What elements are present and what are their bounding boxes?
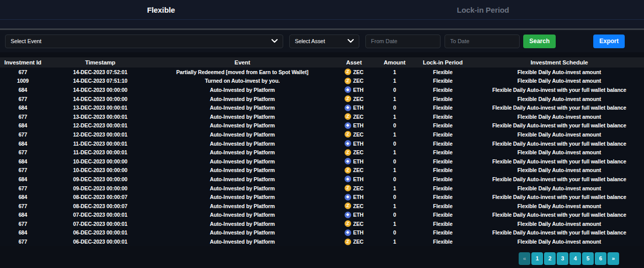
cell-timestamp: 08-DEC-2023 00:00:07 bbox=[46, 203, 155, 209]
pagination-page-6[interactable]: 6 bbox=[595, 252, 606, 265]
table-body: 677 14-DEC-2023 07:52:01 Partially Redee… bbox=[0, 68, 644, 246]
cell-investment-id: 677 bbox=[0, 167, 46, 173]
table-row: 684 09-DEC-2023 00:00:00 Auto-Invested b… bbox=[0, 175, 644, 184]
cell-asset: ◆ ETH bbox=[330, 158, 378, 164]
cell-lock-in-period: Flexible bbox=[411, 185, 474, 191]
cell-amount: 1 bbox=[378, 185, 411, 191]
cell-asset: Z ZEC bbox=[330, 78, 378, 84]
cell-timestamp: 11-DEC-2023 00:00:01 bbox=[46, 141, 155, 147]
cell-lock-in-period: Flexible bbox=[411, 105, 474, 111]
cell-investment-id: 684 bbox=[0, 122, 46, 128]
cell-amount: 0 bbox=[378, 141, 411, 147]
select-asset-dropdown[interactable]: Select Asset bbox=[289, 35, 359, 48]
asset-symbol: ZEC bbox=[353, 149, 364, 155]
cell-investment-id: 677 bbox=[0, 149, 46, 155]
cell-investment-id: 684 bbox=[0, 158, 46, 164]
cell-timestamp: 08-DEC-2023 00:00:07 bbox=[46, 194, 155, 200]
cell-asset: ◆ ETH bbox=[330, 194, 378, 200]
zec-coin-icon: Z bbox=[345, 78, 351, 84]
select-event-dropdown[interactable]: Select Event bbox=[5, 35, 283, 48]
cell-lock-in-period: Flexible bbox=[411, 229, 474, 236]
cell-asset: Z ZEC bbox=[330, 185, 378, 191]
zec-coin-icon: Z bbox=[345, 95, 351, 102]
cell-investment-schedule: Flexible Daily Auto-invest with your ful… bbox=[474, 87, 644, 93]
cell-amount: 1 bbox=[378, 131, 411, 138]
cell-investment-schedule: Flexible Daily Auto-invest amount bbox=[474, 131, 644, 138]
table-row: 684 06-DEC-2023 00:00:01 Auto-Invested b… bbox=[0, 228, 644, 238]
cell-event: Auto-Invested by Platform bbox=[155, 194, 330, 200]
table-row: 677 14-DEC-2023 00:00:00 Auto-Invested b… bbox=[0, 94, 644, 104]
export-button[interactable]: Export bbox=[593, 35, 625, 48]
cell-lock-in-period: Flexible bbox=[411, 239, 474, 245]
asset-symbol: ZEC bbox=[353, 114, 364, 120]
cell-investment-id: 684 bbox=[0, 87, 46, 93]
search-button[interactable]: Search bbox=[523, 35, 556, 48]
cell-event: Auto-Invested by Platform bbox=[155, 176, 330, 182]
cell-investment-id: 677 bbox=[0, 96, 46, 102]
table-footer: «123456» bbox=[0, 246, 644, 265]
pagination-page-3[interactable]: 3 bbox=[557, 252, 568, 265]
tab-flexible[interactable]: Flexible bbox=[0, 0, 322, 19]
pagination-page-5[interactable]: 5 bbox=[582, 252, 594, 265]
cell-investment-id: 684 bbox=[0, 212, 46, 218]
cell-amount: 1 bbox=[378, 96, 411, 102]
cell-amount: 0 bbox=[378, 229, 411, 236]
pagination-prev-button[interactable]: « bbox=[519, 252, 530, 265]
filter-toolbar: Select Event Select Asset Search Export bbox=[0, 30, 644, 52]
cell-investment-schedule: Flexible Daily Auto-invest with your ful… bbox=[474, 105, 644, 111]
asset-symbol: ETH bbox=[353, 212, 364, 218]
column-header-lock-in-period: Lock-in Period bbox=[411, 59, 474, 65]
cell-event: Auto-Invested by Platform bbox=[155, 167, 330, 173]
pagination-page-1[interactable]: 1 bbox=[531, 252, 543, 265]
to-date-input[interactable] bbox=[450, 38, 514, 44]
asset-symbol: ETH bbox=[353, 176, 364, 182]
pagination-next-button[interactable]: » bbox=[607, 252, 619, 265]
from-date-input[interactable] bbox=[371, 38, 435, 44]
cell-lock-in-period: Flexible bbox=[411, 78, 474, 84]
zec-coin-icon: Z bbox=[345, 185, 351, 191]
cell-asset: Z ZEC bbox=[330, 113, 378, 120]
eth-coin-icon: ◆ bbox=[345, 140, 351, 147]
pagination-page-4[interactable]: 4 bbox=[569, 252, 581, 265]
asset-symbol: ZEC bbox=[353, 131, 364, 138]
asset-symbol: ZEC bbox=[353, 221, 364, 227]
cell-amount: 0 bbox=[378, 122, 411, 128]
cell-investment-schedule: Flexible Daily Auto-invest with your ful… bbox=[474, 194, 644, 200]
cell-timestamp: 09-DEC-2023 00:00:00 bbox=[46, 176, 155, 182]
cell-investment-id: 684 bbox=[0, 194, 46, 200]
table-header-row: Investment Id Timestamp Event Asset Amou… bbox=[0, 57, 644, 68]
cell-event: Auto-Invested by Platform bbox=[155, 185, 330, 191]
cell-investment-schedule: Flexible Daily Auto-invest with your ful… bbox=[474, 141, 644, 147]
eth-coin-icon: ◆ bbox=[345, 122, 351, 129]
cell-lock-in-period: Flexible bbox=[411, 194, 474, 200]
cell-asset: Z ZEC bbox=[330, 167, 378, 174]
pagination-page-2[interactable]: 2 bbox=[544, 252, 556, 265]
cell-timestamp: 13-DEC-2023 00:00:01 bbox=[46, 114, 155, 120]
cell-asset: ◆ ETH bbox=[330, 212, 378, 218]
cell-amount: 0 bbox=[378, 176, 411, 182]
cell-investment-id: 684 bbox=[0, 229, 46, 236]
cell-timestamp: 06-DEC-2023 00:00:01 bbox=[46, 229, 155, 236]
table-row: 677 07-DEC-2023 00:00:01 Auto-Invested b… bbox=[0, 219, 644, 228]
cell-event: Auto-Invested by Platform bbox=[155, 203, 330, 209]
cell-investment-schedule: Flexible Daily Auto-invest amount bbox=[474, 114, 644, 120]
zec-coin-icon: Z bbox=[345, 149, 351, 156]
cell-investment-schedule: Flexible Daily Auto-invest with your ful… bbox=[474, 176, 644, 182]
tab-lock-in-period[interactable]: Lock-in Period bbox=[322, 0, 644, 19]
asset-symbol: ETH bbox=[353, 194, 364, 200]
asset-symbol: ZEC bbox=[353, 78, 364, 84]
cell-asset: ◆ ETH bbox=[330, 176, 378, 182]
cell-event: Turned on Auto-invest by you. bbox=[155, 78, 330, 84]
cell-investment-id: 677 bbox=[0, 185, 46, 191]
cell-asset: Z ZEC bbox=[330, 203, 378, 209]
asset-symbol: ETH bbox=[353, 122, 364, 128]
to-date-field bbox=[445, 35, 520, 48]
cell-investment-schedule: Flexible Daily Auto-invest with your ful… bbox=[474, 212, 644, 218]
cell-event: Auto-Invested by Platform bbox=[155, 229, 330, 236]
asset-symbol: ZEC bbox=[353, 167, 364, 173]
asset-symbol: ETH bbox=[353, 158, 364, 164]
column-header-investment-schedule: Investment Schedule bbox=[474, 59, 644, 65]
asset-symbol: ZEC bbox=[353, 203, 364, 209]
cell-lock-in-period: Flexible bbox=[411, 221, 474, 227]
cell-amount: 1 bbox=[378, 114, 411, 120]
